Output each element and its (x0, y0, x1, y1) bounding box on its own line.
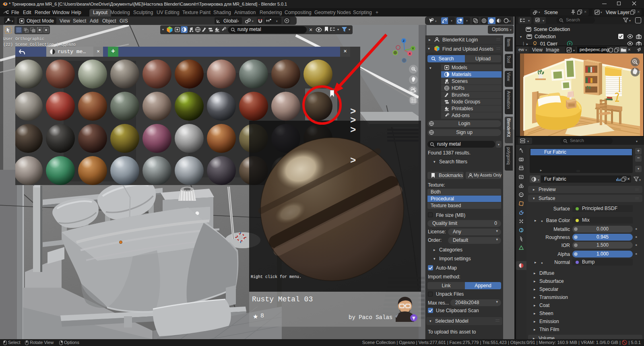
svg-text:Y: Y (412, 47, 414, 50)
svg-text:Z: Z (403, 39, 405, 43)
svg-text:X: X (409, 52, 411, 56)
